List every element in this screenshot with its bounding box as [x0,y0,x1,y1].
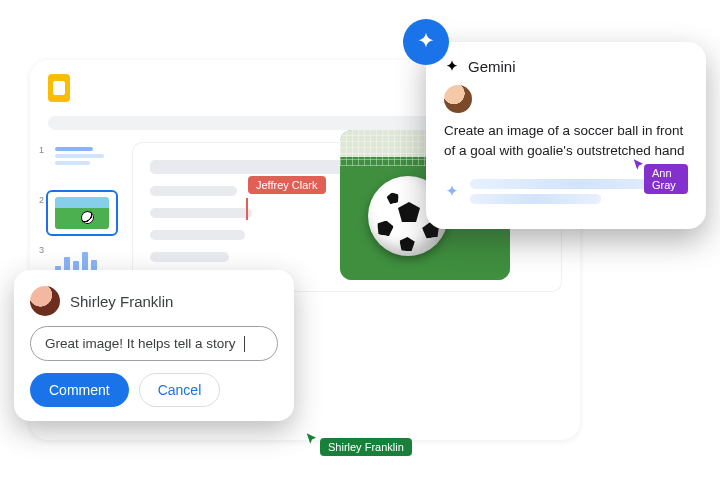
text-placeholder [150,186,237,196]
collaborator-caret [246,198,248,220]
slide-number: 3 [39,245,44,255]
slide-thumbnail[interactable]: 2 [48,192,116,234]
slide-thumbnail[interactable]: 1 [48,142,116,184]
gemini-badge-icon [403,19,449,65]
collaborator-cursor-label: Jeffrey Clark [248,176,326,194]
slide-number: 1 [39,145,44,155]
comment-author-name: Shirley Franklin [70,293,173,310]
gemini-header: Gemini [444,58,688,75]
comment-actions: Comment Cancel [30,373,278,407]
gemini-title: Gemini [468,58,516,75]
thumb-soccer-preview-icon [55,197,109,229]
gemini-panel: Gemini Create an image of a soccer ball … [426,42,706,229]
collaborator-cursor-label: Ann Gray [644,164,688,194]
sparkle-icon [444,59,460,75]
title-placeholder [150,160,367,174]
sparkle-accent-icon [444,184,460,200]
text-placeholder [150,230,245,240]
comment-header: Shirley Franklin [30,286,278,316]
comment-cancel-button[interactable]: Cancel [139,373,221,407]
slides-logo-icon [48,74,70,102]
collaborator-cursor-label: Shirley Franklin [320,438,412,456]
gemini-prompt-text: Create an image of a soccer ball in fron… [444,121,688,160]
gemini-user-avatar [444,85,472,113]
slide-number: 2 [39,195,44,205]
text-placeholder [150,252,229,262]
text-placeholder [150,208,252,218]
comment-author-avatar [30,286,60,316]
comment-input[interactable]: Great image! It helps tell a story [30,326,278,361]
comment-submit-button[interactable]: Comment [30,373,129,407]
comment-card: Shirley Franklin Great image! It helps t… [14,270,294,421]
gemini-input-row[interactable]: Ann Gray [444,174,688,209]
shirley-cursor-icon [305,432,319,450]
